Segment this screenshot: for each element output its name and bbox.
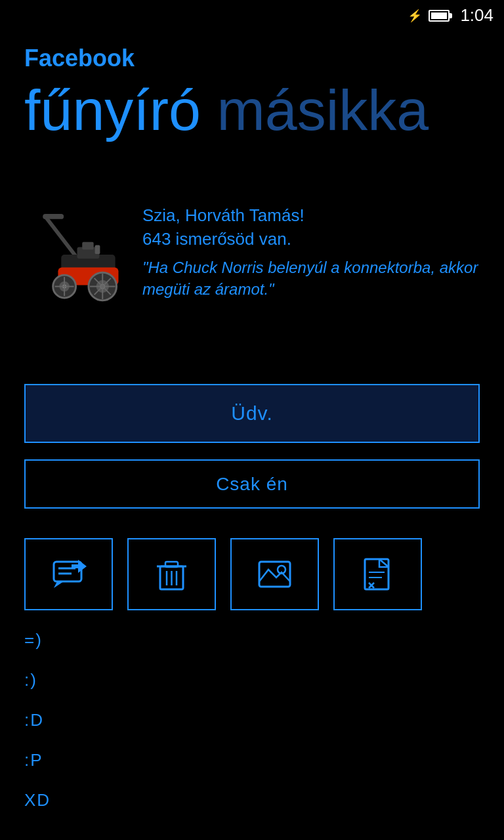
share-icon (51, 556, 87, 593)
profile-info: Szia, Horváth Tamás! 643 ismerősöd van. … (142, 203, 480, 301)
photo-icon (257, 556, 293, 593)
svg-rect-12 (94, 245, 100, 254)
quote: "Ha Chuck Norris belenyúl a konnektorba,… (142, 257, 480, 301)
icon-buttons-row (24, 538, 480, 610)
lawnmower-image (26, 209, 128, 304)
emoji-1[interactable]: =) (24, 630, 51, 650)
status-bar: ⚡ 1:04 (397, 0, 504, 31)
charge-icon: ⚡ (408, 9, 422, 23)
document-button[interactable] (333, 538, 422, 610)
svg-rect-27 (165, 562, 178, 567)
panorama-inactive-tab[interactable]: másikka (217, 79, 429, 142)
photo-button[interactable] (230, 538, 319, 610)
svg-line-0 (45, 216, 77, 257)
emoji-2[interactable]: :) (24, 670, 51, 690)
share-button[interactable] (24, 538, 113, 610)
emoji-3[interactable]: :D (24, 710, 51, 730)
delete-icon (154, 556, 190, 593)
svg-line-34 (379, 559, 388, 567)
svg-rect-11 (82, 242, 93, 249)
primary-button[interactable]: Üdv. (24, 384, 480, 443)
profile-section: Szia, Horváth Tamás! 643 ismerősöd van. … (24, 203, 480, 308)
app-title: Facebook (24, 45, 135, 72)
svg-rect-24 (72, 564, 79, 568)
delete-button[interactable] (127, 538, 216, 610)
svg-marker-20 (54, 581, 64, 588)
emoji-list: =) :) :D :P XD (24, 630, 51, 810)
greeting: Szia, Horváth Tamás! 643 ismerősöd van. (142, 203, 480, 251)
emoji-5[interactable]: XD (24, 790, 51, 810)
document-icon (360, 556, 396, 593)
secondary-button[interactable]: Csak én (24, 459, 480, 509)
avatar (24, 203, 129, 308)
emoji-4[interactable]: :P (24, 750, 51, 770)
clock: 1:04 (460, 5, 494, 26)
battery-icon (429, 10, 450, 22)
panorama-header: fűnyíró másikka (0, 79, 504, 142)
panorama-active-tab[interactable]: fűnyíró (24, 79, 201, 142)
